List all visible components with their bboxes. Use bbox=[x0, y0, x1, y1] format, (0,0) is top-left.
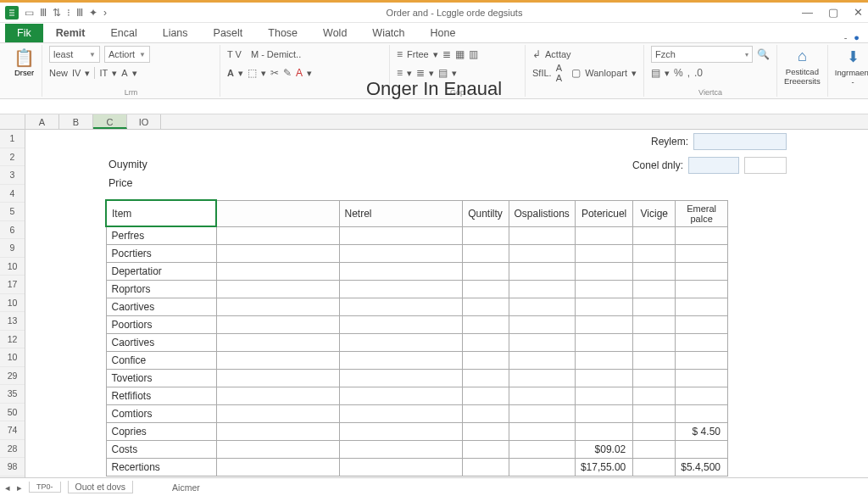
table-row[interactable]: Pocrtiers bbox=[106, 245, 727, 263]
ribbon-tab-3[interactable]: Paselt bbox=[201, 24, 256, 42]
row-header[interactable]: 6 bbox=[0, 221, 25, 240]
m-label[interactable]: M - Demict.. bbox=[251, 49, 301, 59]
row-header[interactable]: 13 bbox=[0, 312, 25, 331]
align-left-icon[interactable]: ≡ bbox=[397, 48, 403, 60]
eraser-icon[interactable]: ✂ bbox=[270, 67, 279, 79]
sheet-tab-2[interactable]: Aicmer bbox=[172, 482, 200, 493]
num-icon-1[interactable]: ▤ bbox=[651, 67, 660, 79]
table-row[interactable]: Comtiors bbox=[106, 405, 727, 423]
a1-label[interactable]: A bbox=[121, 68, 127, 78]
row-header[interactable]: 98 bbox=[0, 458, 25, 476]
qat-icon-1[interactable]: ▭ bbox=[25, 7, 34, 19]
row-header[interactable]: 9 bbox=[0, 239, 25, 258]
alignment-icon-2[interactable]: ≣ bbox=[416, 67, 425, 79]
worksheet-area[interactable]: 123456910171013121029355074289825 Reylem… bbox=[0, 130, 868, 477]
frtee-label[interactable]: Frtee bbox=[407, 49, 429, 59]
sheet-nav-next-icon[interactable]: ▸ bbox=[17, 482, 22, 493]
th-item[interactable]: Item bbox=[106, 200, 216, 226]
tv-label[interactable]: T V bbox=[227, 49, 242, 59]
sheet-tab-0[interactable]: TP0- bbox=[29, 482, 61, 493]
row-header[interactable]: 10 bbox=[0, 258, 25, 276]
row-header[interactable]: 3 bbox=[0, 166, 25, 185]
row-header[interactable]: 5 bbox=[0, 203, 25, 221]
table-row[interactable]: Roprtors bbox=[106, 281, 727, 298]
row-header[interactable]: 35 bbox=[0, 385, 25, 404]
fill-icon[interactable]: ⬚ bbox=[248, 67, 257, 79]
th-netrel[interactable]: Netrel bbox=[339, 200, 462, 226]
search-combo[interactable]: Fzch▾ bbox=[651, 46, 753, 63]
cells-grid[interactable]: Reylem: Conel dnly: Ouymity Price Item N… bbox=[25, 130, 868, 477]
iv-dropdown-icon[interactable]: ▾ bbox=[85, 68, 90, 79]
qat-icon-2[interactable]: Ⅲ bbox=[40, 7, 47, 19]
qat-icon-3[interactable]: ⇅ bbox=[53, 7, 61, 19]
wrap-icon[interactable]: ↲ bbox=[532, 48, 541, 60]
row-header[interactable]: 1 bbox=[0, 130, 25, 148]
acttay-label[interactable]: Acttay bbox=[545, 49, 571, 59]
table-row[interactable]: Retfifiots bbox=[106, 387, 727, 405]
file-tab[interactable]: Fik bbox=[5, 24, 43, 42]
row-header[interactable]: 12 bbox=[0, 331, 25, 349]
search-icon[interactable]: 🔍 bbox=[757, 48, 770, 60]
ribbon-tab-6[interactable]: Wiatch bbox=[359, 24, 417, 42]
table-row[interactable]: Caortives bbox=[106, 298, 727, 316]
row-header[interactable]: 17 bbox=[0, 276, 25, 294]
table-row[interactable]: Poortiors bbox=[106, 316, 727, 334]
ribbon-tab-0[interactable]: Remit bbox=[43, 24, 98, 42]
th-osp[interactable]: Ospalistions bbox=[509, 200, 575, 226]
th-em[interactable]: Emeralpalce bbox=[676, 200, 728, 226]
font-color-icon[interactable]: A bbox=[296, 67, 303, 79]
card-1[interactable]: ⬇Ingrmaent- bbox=[828, 45, 868, 97]
col-header-io[interactable]: IO bbox=[127, 114, 161, 129]
row-header[interactable]: 50 bbox=[0, 404, 25, 422]
table-row[interactable]: Copries$ 4.50 bbox=[106, 423, 727, 441]
qat-icon-5[interactable]: Ⅲ bbox=[76, 7, 83, 19]
table-row[interactable]: Tovetiors bbox=[106, 370, 727, 387]
ribbon-tab-4[interactable]: Those bbox=[255, 24, 310, 42]
row-header[interactable]: 4 bbox=[0, 185, 25, 203]
num-icon-3[interactable]: , bbox=[687, 67, 690, 79]
sheet-tab-1[interactable]: Ouot et dovs bbox=[68, 481, 134, 493]
aa-label[interactable]: A A bbox=[556, 63, 568, 83]
alignment-icon-3[interactable]: ▤ bbox=[438, 67, 448, 79]
sfil-label[interactable]: SfIL. bbox=[532, 68, 552, 78]
th-qty[interactable]: Quntilty bbox=[462, 200, 509, 226]
merge-icon[interactable]: ▦ bbox=[455, 48, 465, 60]
minimize-button[interactable]: — bbox=[802, 6, 813, 19]
col-header-c[interactable]: C bbox=[93, 114, 127, 129]
close-button[interactable]: ✕ bbox=[854, 6, 863, 19]
reylem-input[interactable] bbox=[693, 133, 787, 150]
ribbon-tab-5[interactable]: Wold bbox=[310, 24, 359, 42]
th-vic[interactable]: Vicige bbox=[633, 200, 676, 226]
row-header[interactable]: 74 bbox=[0, 421, 25, 440]
ribbon-collapse-icon[interactable]: - bbox=[844, 32, 848, 42]
row-header[interactable]: 25 bbox=[0, 476, 25, 478]
col-header-b[interactable]: B bbox=[59, 114, 93, 129]
table-row[interactable]: Confice bbox=[106, 352, 727, 370]
indent-icon[interactable]: ▥ bbox=[469, 48, 478, 60]
table-row[interactable]: Recertions$17,55.00$5.4,500 bbox=[106, 459, 727, 476]
conel-input-1[interactable] bbox=[688, 157, 739, 174]
ribbon-tab-2[interactable]: Lians bbox=[150, 24, 201, 42]
row-header[interactable]: 29 bbox=[0, 367, 25, 386]
ribbon-tab-7[interactable]: Hone bbox=[418, 24, 469, 42]
table-row[interactable]: Costs$09.02 bbox=[106, 441, 727, 459]
conel-input-2[interactable] bbox=[744, 157, 787, 174]
row-header[interactable]: 10 bbox=[0, 294, 25, 313]
box-icon[interactable]: ▢ bbox=[571, 67, 581, 79]
select-all-corner[interactable] bbox=[0, 114, 25, 129]
row-header[interactable]: 10 bbox=[0, 348, 25, 367]
paint-icon[interactable]: ✎ bbox=[283, 67, 292, 79]
qat-icon-6[interactable]: ✦ bbox=[89, 7, 97, 19]
font-name-combo[interactable]: least▼ bbox=[49, 46, 100, 63]
num-icon-2[interactable]: % bbox=[674, 67, 683, 79]
table-row[interactable]: Caortives bbox=[106, 334, 727, 352]
maximize-button[interactable]: ▢ bbox=[828, 6, 838, 19]
paste-icon[interactable]: 📋 bbox=[14, 47, 35, 68]
table-row[interactable]: Depertatior bbox=[106, 263, 727, 281]
th-blank[interactable] bbox=[216, 200, 339, 226]
table-row[interactable]: Perfres bbox=[106, 226, 727, 245]
card-0[interactable]: ⌂PestitcadEreeersits bbox=[777, 45, 828, 97]
font-size-combo[interactable]: Actiort▼ bbox=[104, 46, 150, 63]
num-icon-4[interactable]: .0 bbox=[694, 67, 703, 79]
ribbon-help-icon[interactable]: ● bbox=[854, 32, 860, 42]
